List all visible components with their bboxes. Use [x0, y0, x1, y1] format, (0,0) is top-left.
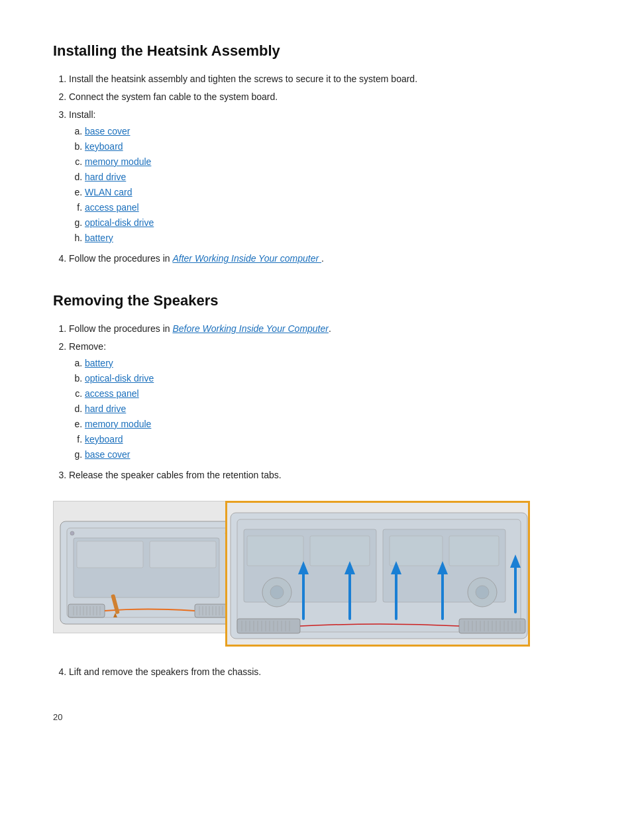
- section2-step1: Follow the procedures in Before Working …: [69, 322, 579, 336]
- section1-step2: Connect the system fan cable to the syst…: [69, 90, 579, 104]
- svg-rect-36: [310, 536, 370, 566]
- section1-install-g: optical-disk drive: [85, 216, 579, 230]
- section2-step2: Remove: battery optical-disk drive acces…: [69, 340, 579, 462]
- link-memory-module-2[interactable]: memory module: [85, 419, 151, 429]
- section2-step4: Lift and remove the speakers from the ch…: [69, 665, 579, 679]
- link-battery-1[interactable]: battery: [85, 233, 113, 243]
- section1-title: Installing the Heatsink Assembly: [53, 40, 579, 62]
- link-memory-module-1[interactable]: memory module: [85, 156, 151, 167]
- section2-remove-f: keyboard: [85, 433, 579, 446]
- section2-remove-list: battery optical-disk drive access panel …: [85, 356, 579, 462]
- section2-remove-g: base cover: [85, 448, 579, 462]
- section2-remove-a: battery: [85, 356, 579, 370]
- link-base-cover-2[interactable]: base cover: [85, 449, 130, 460]
- link-hard-drive-1[interactable]: hard drive: [85, 172, 126, 182]
- link-keyboard-1[interactable]: keyboard: [85, 141, 123, 152]
- svg-rect-37: [390, 536, 443, 566]
- link-access-panel-1[interactable]: access panel: [85, 202, 139, 213]
- section2-step3: Release the speaker cables from the rete…: [69, 468, 579, 482]
- image-left: [53, 501, 245, 633]
- link-wlan-card-1[interactable]: WLAN card: [85, 187, 132, 197]
- section2-remove-d: hard drive: [85, 402, 579, 416]
- svg-rect-3: [77, 541, 143, 568]
- svg-point-42: [476, 586, 489, 599]
- section2-title: Removing the Speakers: [53, 289, 579, 311]
- section1-step3: Install: base cover keyboard memory modu…: [69, 108, 579, 245]
- section1-install-h: battery: [85, 231, 579, 245]
- section1-step4: Follow the procedures in After Working I…: [69, 252, 579, 266]
- link-optical-disk-2[interactable]: optical-disk drive: [85, 373, 154, 384]
- speaker-images: [53, 501, 579, 647]
- link-battery-2[interactable]: battery: [85, 358, 113, 368]
- section1-steps: Install the heatsink assembly and tighte…: [69, 72, 579, 266]
- section1-install-a: base cover: [85, 125, 579, 138]
- section1-step1: Install the heatsink assembly and tighte…: [69, 72, 579, 86]
- laptop-base-svg: [54, 501, 245, 633]
- page-number: 20: [53, 711, 579, 724]
- image-right: [225, 501, 530, 647]
- link-access-panel-2[interactable]: access panel: [85, 388, 139, 399]
- link-keyboard-2[interactable]: keyboard: [85, 434, 123, 445]
- section2-final-steps: Lift and remove the speakers from the ch…: [69, 665, 579, 679]
- svg-point-40: [270, 586, 284, 599]
- speaker-removal-svg: [227, 503, 530, 647]
- link-before-working[interactable]: Before Working Inside Your Computer: [172, 323, 329, 334]
- section1-install-list: base cover keyboard memory module hard d…: [85, 125, 579, 245]
- link-after-working[interactable]: After Working Inside Your computer: [172, 253, 321, 264]
- link-hard-drive-2[interactable]: hard drive: [85, 403, 126, 414]
- section2-steps: Follow the procedures in Before Working …: [69, 322, 579, 482]
- link-base-cover-1[interactable]: base cover: [85, 126, 130, 136]
- section1-install-f: access panel: [85, 201, 579, 215]
- svg-rect-38: [449, 536, 499, 566]
- svg-rect-4: [150, 541, 216, 568]
- section1-install-d: hard drive: [85, 170, 579, 184]
- svg-rect-35: [247, 536, 303, 566]
- link-optical-disk-1[interactable]: optical-disk drive: [85, 217, 154, 228]
- section2-remove-c: access panel: [85, 387, 579, 401]
- section2-remove-e: memory module: [85, 417, 579, 431]
- svg-rect-43: [237, 619, 300, 633]
- svg-point-5: [70, 531, 74, 535]
- section2-remove-b: optical-disk drive: [85, 372, 579, 386]
- section1-install-c: memory module: [85, 155, 579, 169]
- section1-install-b: keyboard: [85, 140, 579, 154]
- section1-install-e: WLAN card: [85, 185, 579, 199]
